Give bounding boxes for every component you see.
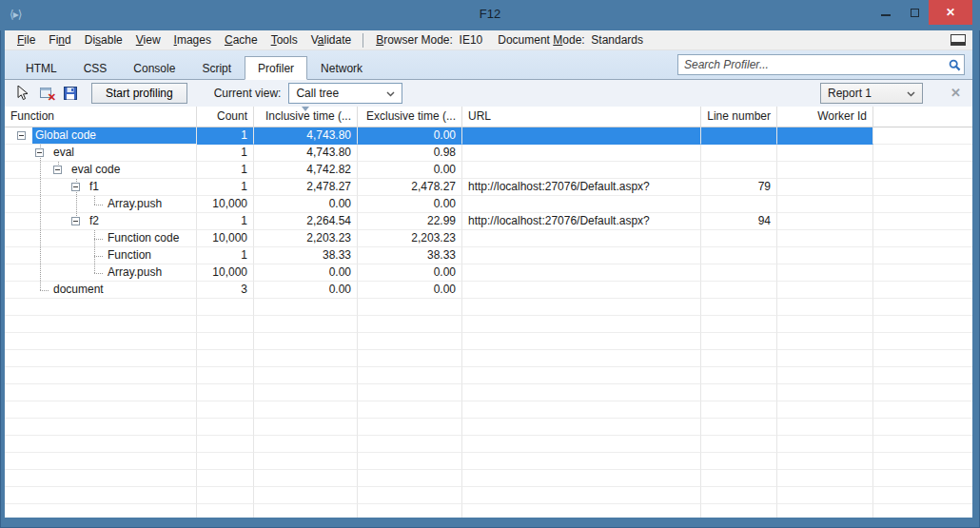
- tabs-container: HTMLCSSConsoleScriptProfilerNetwork: [12, 56, 376, 79]
- column-header-exclusive-time[interactable]: Exclusive time (...: [358, 107, 462, 127]
- cell-empty: [254, 436, 358, 453]
- cell-line-number: [701, 196, 777, 213]
- table-row[interactable]: Function code10,0002,203.232,203.23: [5, 230, 972, 247]
- save-icon[interactable]: [60, 84, 81, 103]
- table-row[interactable]: Global code14,743.800.00: [5, 127, 972, 145]
- table-row[interactable]: eval code14,742.820.00: [5, 162, 972, 179]
- column-header-worker-id[interactable]: Worker Id: [777, 107, 873, 127]
- call-tree-grid: FunctionCountInclusive time (...Exclusiv…: [5, 107, 972, 518]
- cell-count: 1: [197, 127, 254, 145]
- cell-line-number: [701, 264, 777, 282]
- cell-inclusive-time: 0.00: [254, 196, 358, 213]
- cell-count: 1: [197, 213, 254, 230]
- maximize-button[interactable]: [900, 0, 929, 25]
- empty-row: [5, 299, 972, 316]
- cell-exclusive-time: 2,478.27: [358, 179, 462, 196]
- column-header-function[interactable]: Function: [5, 107, 197, 127]
- tab-html[interactable]: HTML: [12, 56, 70, 80]
- clear-icon[interactable]: ✕: [36, 84, 57, 103]
- menu-item-view[interactable]: View: [129, 33, 167, 47]
- close-button[interactable]: ✕: [929, 0, 972, 25]
- function-name: Function: [108, 247, 151, 264]
- cell-filler: [873, 384, 972, 401]
- collapse-minus-icon[interactable]: [71, 183, 80, 191]
- close-report-button[interactable]: ✕: [951, 86, 961, 100]
- cell-empty: [358, 470, 462, 487]
- cell-empty: [5, 350, 197, 367]
- cell-empty: [5, 453, 197, 470]
- column-header-count[interactable]: Count: [197, 107, 254, 127]
- column-header-inclusive-time[interactable]: Inclusive time (...: [254, 107, 358, 127]
- menu-item-tools[interactable]: Tools: [265, 33, 304, 47]
- table-row[interactable]: Function138.3338.33: [5, 247, 972, 264]
- tab-script[interactable]: Script: [188, 56, 245, 80]
- empty-row: [5, 470, 972, 487]
- cell-empty: [701, 419, 777, 436]
- menu-mode-browser[interactable]: Browser Mode: IE10: [368, 33, 490, 47]
- column-header-url[interactable]: URL: [462, 107, 701, 127]
- empty-row: [5, 504, 972, 518]
- cell-line-number: 94: [701, 213, 777, 230]
- search-icon[interactable]: [945, 59, 964, 71]
- tree-guide-line: [94, 273, 103, 274]
- cell-exclusive-time: 0.00: [358, 162, 462, 179]
- collapse-minus-icon[interactable]: [35, 148, 44, 157]
- menu-item-disable[interactable]: Disable: [78, 33, 129, 47]
- cell-empty: [777, 384, 873, 401]
- report-select-value: Report 1: [828, 87, 872, 100]
- start-profiling-button[interactable]: Start profiling: [91, 83, 187, 104]
- tab-network[interactable]: Network: [307, 56, 376, 80]
- cell-inclusive-time: 2,203.23: [254, 230, 358, 247]
- column-header-line-number[interactable]: Line number: [701, 107, 777, 127]
- cell-filler: [873, 162, 972, 179]
- cell-function: Array.push: [5, 196, 197, 213]
- tab-console[interactable]: Console: [120, 56, 188, 80]
- cell-worker-id: [777, 264, 873, 282]
- tree-guide-line: [40, 162, 41, 178]
- cell-empty: [5, 504, 197, 518]
- cell-empty: [701, 316, 777, 333]
- table-row[interactable]: Array.push10,0000.000.00: [5, 196, 972, 213]
- menu-item-images[interactable]: Images: [167, 33, 218, 47]
- cell-filler: [873, 179, 972, 196]
- search-box: [677, 54, 965, 75]
- cell-empty: [777, 470, 873, 487]
- menu-item-find[interactable]: Find: [42, 33, 77, 47]
- menu-item-validate[interactable]: Validate: [304, 33, 359, 47]
- cell-worker-id: [777, 196, 873, 213]
- cell-count: 1: [197, 145, 254, 162]
- tab-profiler[interactable]: Profiler: [245, 56, 307, 80]
- table-row[interactable]: f112,478.272,478.27http://localhost:2707…: [5, 179, 972, 196]
- cell-empty: [254, 350, 358, 367]
- cell-filler: [873, 264, 972, 282]
- collapse-minus-icon[interactable]: [53, 166, 62, 174]
- cell-empty: [197, 487, 254, 504]
- table-row[interactable]: Array.push10,0000.000.00: [5, 264, 972, 282]
- select-element-icon[interactable]: [12, 84, 33, 103]
- menu-mode-document[interactable]: Document Mode: Standards: [490, 33, 651, 47]
- table-row[interactable]: document30.000.00: [5, 282, 972, 299]
- cell-url: http://localhost:27076/Default.aspx?: [462, 213, 701, 230]
- cell-empty: [462, 384, 701, 401]
- cell-empty: [254, 384, 358, 401]
- table-row[interactable]: f212,264.5422.99http://localhost:27076/D…: [5, 213, 972, 230]
- search-input[interactable]: [678, 56, 945, 73]
- tree-guide-line: [40, 230, 41, 246]
- function-name: eval: [53, 145, 74, 161]
- chevron-down-icon: [900, 87, 922, 100]
- f12-window: ⟨▸⟩ F12 ✕ FileFindDisableViewImagesCache…: [0, 0, 980, 528]
- collapse-minus-icon[interactable]: [71, 217, 80, 225]
- collapse-minus-icon[interactable]: [17, 131, 26, 140]
- current-view-select[interactable]: Call tree: [288, 83, 402, 104]
- menu-item-cache[interactable]: Cache: [218, 33, 265, 47]
- pin-to-browser-icon[interactable]: [951, 34, 966, 46]
- cell-empty: [358, 350, 462, 367]
- cell-empty: [462, 419, 701, 436]
- cell-filler: [873, 333, 972, 350]
- table-row[interactable]: eval14,743.800.98: [5, 145, 972, 162]
- report-select[interactable]: Report 1: [820, 83, 923, 104]
- cell-inclusive-time: 0.00: [254, 264, 358, 282]
- menu-item-file[interactable]: File: [10, 33, 42, 47]
- tab-css[interactable]: CSS: [70, 56, 121, 80]
- minimize-button[interactable]: [872, 0, 900, 25]
